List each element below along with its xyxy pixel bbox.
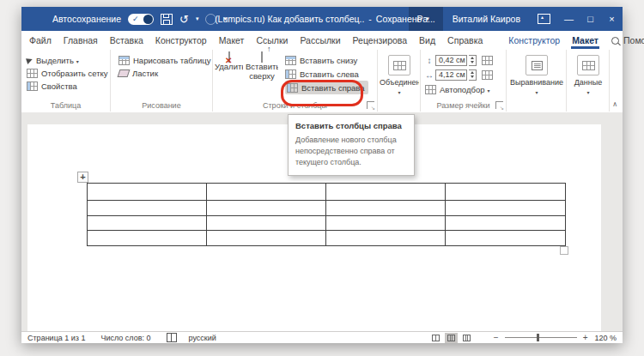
- language-status[interactable]: русский: [189, 334, 216, 342]
- tab-mailings[interactable]: Рассылки: [294, 31, 346, 50]
- merge-button[interactable]: Объединение: [380, 52, 419, 96]
- table-cell[interactable]: [446, 231, 565, 245]
- quick-access-toolbar: Автосохранение ✓ ↺ ▾ ▾: [21, 7, 227, 31]
- zoom-in-button[interactable]: +: [583, 333, 588, 342]
- zoom-slider[interactable]: [505, 337, 577, 338]
- table-cell[interactable]: [326, 201, 446, 216]
- page-number-status[interactable]: Страница 1 из 1: [27, 334, 85, 342]
- data-button[interactable]: Данные: [568, 52, 608, 96]
- table-cell[interactable]: [446, 201, 565, 216]
- tab-help[interactable]: Справка: [441, 31, 489, 50]
- tab-layout[interactable]: Макет: [213, 31, 251, 50]
- group-table: Выделить Отобразить сетку Свойства Табли…: [21, 50, 111, 112]
- tab-design[interactable]: Конструктор: [149, 31, 213, 50]
- dialog-launcher-icon[interactable]: [367, 101, 374, 109]
- table-cell[interactable]: [446, 184, 565, 201]
- tab-review[interactable]: Рецензирова: [347, 31, 414, 50]
- zoom-level[interactable]: 120 %: [594, 334, 617, 342]
- table-cell[interactable]: [326, 231, 446, 245]
- table-cell[interactable]: [207, 216, 326, 231]
- table-cell[interactable]: [207, 201, 326, 216]
- properties-label: Свойства: [41, 81, 77, 91]
- tab-table-design[interactable]: Конструктор: [502, 31, 566, 50]
- table-cell[interactable]: [207, 231, 326, 245]
- view-gridlines-button[interactable]: Отобразить сетку: [27, 68, 108, 79]
- saved-caret[interactable]: ▾: [426, 15, 429, 22]
- merge-caret: [380, 87, 419, 96]
- table-cell[interactable]: [88, 216, 207, 231]
- table-cell[interactable]: [88, 201, 207, 216]
- close-button[interactable]: ×: [601, 7, 623, 31]
- delete-button[interactable]: Удалить: [215, 52, 243, 73]
- merge-icon-frame: [388, 55, 410, 75]
- tab-references[interactable]: Ссылки: [250, 31, 294, 50]
- undo-dropdown-caret[interactable]: ▾: [196, 15, 199, 22]
- autofit-button[interactable]: Автоподбор: [425, 83, 490, 95]
- save-icon[interactable]: [161, 14, 173, 25]
- zoom-slider-thumb[interactable]: [537, 334, 539, 341]
- status-bar-right: − + 120 %: [427, 333, 617, 343]
- select-pointer-icon: [26, 57, 33, 64]
- zoom-out-button[interactable]: −: [494, 333, 499, 342]
- table-cell[interactable]: [446, 216, 565, 231]
- group-cell-size: ↕ 0,42 см ↔ 4,12 см Автоподбор Размер яч…: [421, 50, 507, 112]
- undo-icon[interactable]: ↺: [179, 14, 189, 25]
- column-width-spinner[interactable]: [469, 69, 477, 81]
- table-move-handle[interactable]: +: [77, 172, 88, 183]
- proofing-status-icon[interactable]: [167, 333, 177, 342]
- print-layout-view-icon[interactable]: [445, 333, 458, 343]
- search-icon: [611, 37, 619, 45]
- group-data: Данные: [567, 50, 610, 112]
- row-height-input[interactable]: 0,42 см: [435, 55, 467, 66]
- ribbon-display-options-icon[interactable]: [538, 14, 550, 24]
- read-mode-view-icon[interactable]: [429, 333, 442, 343]
- draw-table-label: Нарисовать таблицу: [133, 56, 210, 65]
- properties-button[interactable]: Свойства: [27, 81, 77, 92]
- collapse-ribbon-icon[interactable]: ∧: [612, 100, 617, 108]
- word-window: Автосохранение ✓ ↺ ▾ ▾ (Lumpics.ru) Как …: [21, 7, 623, 343]
- insert-left-label: Вставить слева: [300, 69, 359, 79]
- table-cell[interactable]: [207, 184, 326, 201]
- eraser-button[interactable]: Ластик: [118, 68, 158, 79]
- select-button[interactable]: Выделить: [27, 55, 79, 66]
- autosave-toggle[interactable]: ✓: [128, 14, 154, 25]
- web-layout-view-icon[interactable]: [460, 333, 473, 343]
- tell-me-search[interactable]: Помощь: [605, 31, 644, 50]
- table-cell[interactable]: [88, 231, 207, 245]
- table-cell[interactable]: [326, 184, 446, 201]
- insert-above-button[interactable]: Вставить сверху: [245, 52, 279, 81]
- group-alignment: Выравнивание: [507, 50, 567, 112]
- column-width-field-row: ↔ 4,12 см: [425, 69, 493, 81]
- row-height-spinner[interactable]: [469, 55, 477, 66]
- minimize-button[interactable]: —: [558, 7, 580, 31]
- alignment-label: Выравнивание: [508, 78, 565, 87]
- alignment-button[interactable]: Выравнивание: [508, 52, 565, 96]
- insert-above-label-1: Вставить: [246, 62, 278, 71]
- tab-table-layout[interactable]: Макет: [566, 31, 605, 50]
- table-cell[interactable]: [88, 184, 207, 201]
- insert-right-button[interactable]: Вставить справа: [285, 81, 368, 94]
- tab-home[interactable]: Главная: [58, 31, 104, 50]
- maximize-button[interactable]: □: [580, 7, 601, 31]
- cell-size-dialog-launcher-icon[interactable]: [495, 101, 503, 109]
- properties-icon: [27, 81, 38, 91]
- table-resize-handle[interactable]: [560, 246, 568, 255]
- distribute-rows-icon[interactable]: [482, 56, 493, 65]
- tab-view[interactable]: Вид: [413, 31, 441, 50]
- distribute-columns-icon[interactable]: [482, 70, 493, 80]
- saved-status[interactable]: Сохранено: [376, 14, 422, 24]
- title-separator: -: [368, 14, 372, 24]
- draw-table-button[interactable]: Нарисовать таблицу: [118, 55, 210, 66]
- word-count-status[interactable]: Число слов: 0: [100, 334, 150, 342]
- insert-below-button[interactable]: Вставить снизу: [285, 53, 368, 67]
- insert-buttons-stack: Вставить снизу Вставить слева Вставить с…: [285, 53, 368, 94]
- data-label: Данные: [568, 78, 608, 87]
- tab-file[interactable]: Файл: [21, 31, 58, 50]
- user-name[interactable]: Виталий Каиров: [443, 14, 530, 24]
- column-width-input[interactable]: 4,12 см: [435, 69, 467, 81]
- tab-insert[interactable]: Вставка: [104, 31, 149, 50]
- insert-left-button[interactable]: Вставить слева: [285, 67, 368, 81]
- insert-below-label: Вставить снизу: [300, 56, 357, 65]
- group-draw: Нарисовать таблицу Ластик Рисование: [111, 50, 213, 112]
- table-cell[interactable]: [326, 216, 446, 231]
